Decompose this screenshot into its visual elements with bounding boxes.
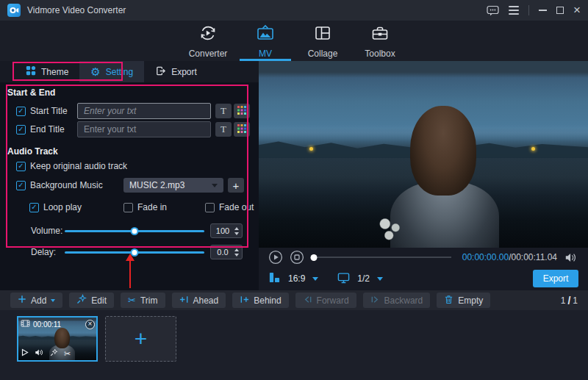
settings-panel: Theme ⚙ Setting Export S	[0, 61, 259, 290]
volume-label: Volume:	[31, 226, 65, 236]
caret-down-icon	[51, 299, 55, 302]
end-title-color-button[interactable]	[234, 122, 250, 137]
seek-bar[interactable]	[312, 257, 451, 258]
volume-slider-thumb[interactable]	[131, 227, 139, 235]
seek-handle[interactable]	[310, 254, 317, 261]
step-down-icon[interactable]	[234, 232, 239, 235]
step-down-icon[interactable]	[234, 254, 239, 257]
nav-tab-collage[interactable]: Collage	[294, 21, 351, 61]
volume-spinbox[interactable]: 100	[210, 223, 243, 238]
clip-thumbnail[interactable]: 00:00:11 ×	[17, 316, 98, 362]
clip-edit-icon[interactable]	[50, 348, 58, 359]
window-title: Vidmore Video Converter	[27, 5, 126, 15]
end-title-font-button[interactable]: T	[215, 122, 232, 137]
start-title-row: Start Title T	[16, 103, 259, 119]
start-title-color-button[interactable]	[234, 104, 250, 118]
text-style-icon: T	[220, 123, 226, 135]
clip-counter-current: 1	[561, 295, 566, 306]
start-title-label: Start Title	[30, 106, 71, 116]
start-title-checkbox[interactable]	[16, 107, 26, 116]
backward-button[interactable]: Backward	[363, 293, 431, 308]
delay-stepper[interactable]	[234, 248, 242, 257]
fade-in-checkbox[interactable]	[123, 203, 133, 212]
delay-slider[interactable]	[65, 251, 204, 254]
volume-stepper[interactable]	[234, 227, 242, 235]
video-preview[interactable]	[259, 61, 588, 248]
clip-duration: 00:00:11	[33, 320, 61, 329]
insert-behind-icon	[240, 295, 249, 306]
ahead-button[interactable]: Ahead	[172, 293, 226, 308]
background-music-checkbox[interactable]	[16, 181, 26, 190]
nav-tab-converter[interactable]: Converter	[179, 21, 237, 61]
plus-icon: +	[233, 179, 240, 192]
aspect-ratio-dropdown[interactable]	[312, 277, 318, 281]
delay-spinbox[interactable]: 0.0	[210, 245, 243, 259]
edit-button[interactable]: Edit	[69, 293, 114, 308]
nav-label-converter: Converter	[189, 49, 228, 59]
end-title-input[interactable]	[77, 121, 211, 137]
export-button[interactable]: Export	[533, 270, 578, 287]
music-selected-value: MUSIC 2.mp3	[129, 180, 184, 190]
menu-icon[interactable]	[509, 6, 519, 15]
minimize-button[interactable]	[539, 10, 547, 11]
app-logo-icon	[7, 4, 21, 17]
delay-slider-thumb[interactable]	[131, 248, 139, 257]
loop-play-checkbox[interactable]	[29, 203, 39, 212]
titlebar: Vidmore Video Converter ×	[0, 0, 588, 21]
tab-theme[interactable]: Theme	[15, 61, 79, 82]
end-title-checkbox[interactable]	[16, 125, 26, 135]
stop-button[interactable]	[290, 250, 304, 265]
theme-icon	[26, 65, 36, 78]
section-start-end: Start & End	[7, 87, 259, 98]
volume-value: 100	[211, 226, 234, 235]
feedback-icon[interactable]	[487, 5, 499, 16]
step-up-icon[interactable]	[234, 227, 239, 230]
close-button[interactable]: ×	[573, 5, 581, 15]
nav-label-mv: MV	[259, 49, 272, 59]
clip-audio-icon[interactable]	[35, 348, 44, 359]
tab-setting[interactable]: ⚙ Setting	[79, 61, 144, 82]
clip-trim-icon[interactable]: ✂	[64, 350, 71, 358]
delay-row: Delay: 0.0	[31, 245, 259, 259]
scene-flowers	[377, 216, 404, 243]
add-music-button[interactable]: +	[228, 178, 244, 193]
remove-clip-button[interactable]: ×	[85, 320, 95, 329]
timeline-strip: 00:00:11 ×	[0, 310, 588, 380]
delay-value: 0.0	[211, 248, 234, 257]
music-select[interactable]: MUSIC 2.mp3	[123, 178, 223, 193]
time-display: 00:00:00.00/00:00:11.04	[462, 252, 557, 262]
nav-tab-mv[interactable]: MV	[237, 21, 294, 61]
end-title-row: End Title T	[16, 121, 259, 137]
step-up-icon[interactable]	[234, 248, 239, 251]
behind-button[interactable]: Behind	[232, 293, 288, 308]
add-button[interactable]: Add	[10, 293, 62, 308]
play-button[interactable]	[268, 250, 283, 265]
text-style-icon: T	[220, 105, 226, 117]
tab-theme-label: Theme	[41, 67, 68, 77]
trash-icon	[444, 295, 453, 306]
time-total: 00:00:11.04	[511, 252, 557, 262]
volume-mute-button[interactable]	[564, 250, 578, 265]
scissors-icon: ✂	[128, 295, 136, 305]
start-title-input[interactable]	[77, 103, 211, 119]
chevron-down-icon	[212, 184, 218, 187]
trim-button[interactable]: ✂ Trim	[121, 293, 165, 308]
clip-counter-total: 1	[573, 295, 578, 306]
clip-play-icon[interactable]	[21, 348, 29, 359]
color-palette-icon	[237, 106, 246, 117]
delay-label: Delay:	[31, 247, 65, 257]
empty-button[interactable]: Empty	[437, 293, 490, 308]
keep-original-checkbox[interactable]	[16, 162, 26, 171]
volume-slider[interactable]	[65, 230, 204, 232]
maximize-button[interactable]	[556, 7, 564, 14]
add-clip-slot[interactable]: +	[105, 316, 176, 362]
fade-out-checkbox[interactable]	[205, 203, 215, 212]
nav-tab-toolbox[interactable]: Toolbox	[351, 21, 409, 61]
volume-row: Volume: 100	[31, 223, 259, 238]
gear-icon: ⚙	[90, 66, 100, 77]
forward-button[interactable]: Forward	[295, 293, 356, 308]
screen-page-dropdown[interactable]	[377, 277, 383, 281]
start-title-font-button[interactable]: T	[215, 104, 232, 118]
clip-toolbar: Add Edit ✂ Trim Ahead B	[0, 290, 588, 310]
tab-export[interactable]: Export	[144, 61, 208, 82]
